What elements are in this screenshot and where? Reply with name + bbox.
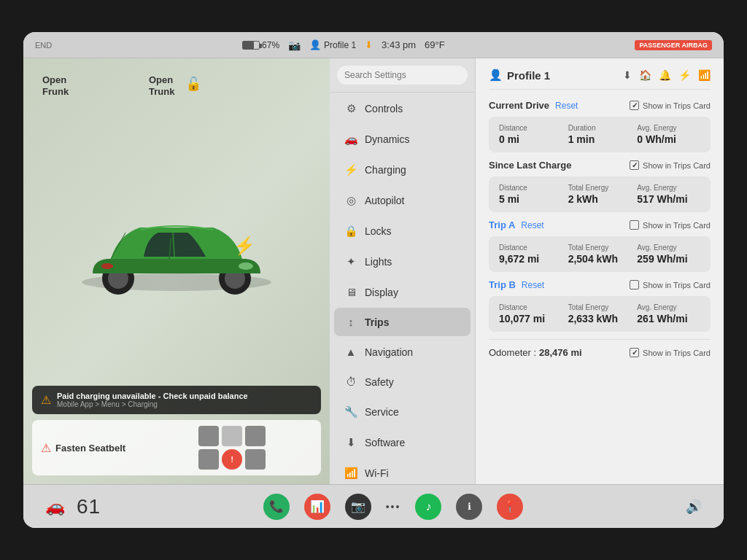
nav-item-autopilot[interactable]: ◎ Autopilot [334,186,471,215]
trip-b-reset[interactable]: Reset [522,280,544,290]
camera-button[interactable]: 📷 [345,494,371,520]
navigation-icon: ▲ [344,346,357,358]
current-energy-label: Avg. Energy [637,124,700,132]
trip-b-show-trips: Show in Trips Card [630,280,711,289]
bluetooth-icon[interactable]: ⚡ [678,69,691,81]
search-input[interactable] [337,66,468,85]
controls-icon: ⚙ [344,102,357,115]
lights-label: Lights [365,256,392,268]
battery-icon: 67% [242,40,279,50]
last-charge-show-trips: Show in Trips Card [630,160,711,170]
download-profile-icon[interactable]: ⬇ [623,69,632,81]
current-distance-label: Distance [499,124,562,132]
current-distance: Distance 0 mi [499,124,562,145]
nav-item-software[interactable]: ⬇ Software [334,428,471,457]
trips-panel: 👤 Profile 1 ⬇ 🏠 🔔 ⚡ 📶 Current Drive Rese… [476,58,724,484]
svg-point-6 [239,262,253,270]
passenger-badge: PASSENGER AIRBAG [635,40,712,50]
nav-item-navigation[interactable]: ▲ Navigation [334,338,471,366]
last-charge-avg-energy: Avg. Energy 517 Wh/mi [637,184,700,205]
profile-action-icons: ⬇ 🏠 🔔 ⚡ 📶 [623,69,711,81]
nav-item-trips[interactable]: ↕ Trips [334,308,471,336]
service-icon: 🔧 [344,405,357,419]
wifi-label: Wi-Fi [365,467,389,479]
last-charge-title: Since Last Charge [489,160,571,171]
nav-item-lights[interactable]: ✦ Lights [334,247,471,276]
safety-label: Safety [365,376,394,388]
trip-b-stats: Distance 10,077 mi Total Energy 2,633 kW… [489,296,711,332]
current-drive-title: Current Drive [489,100,549,111]
settings-nav: ⚙ Controls 🚗 Dynamics ⚡ Charging ◎ Autop… [330,58,476,484]
autopilot-label: Autopilot [365,195,404,206]
bell-icon[interactable]: 🔔 [659,69,671,81]
taskbar-right: 🔊 [686,499,702,515]
taskbar-center: 📞 📊 📷 ••• ♪ ℹ 📍 [263,494,524,520]
taskbar: 🚗 61 📞 📊 📷 ••• ♪ ℹ 📍 🔊 [23,484,724,528]
notification-subtitle: Mobile App > Menu > Charging [57,400,248,408]
trip-b-header: Trip B Reset Show in Trips Card [489,279,711,290]
home-icon[interactable]: 🏠 [639,69,651,81]
odometer-checkbox[interactable] [630,348,639,357]
svg-point-7 [101,263,113,269]
volume-icon[interactable]: 🔊 [686,499,702,515]
frunk-label: Open Frunk [42,74,69,97]
trunk-label: Open Trunk [149,74,174,97]
dots-icon[interactable]: ••• [386,501,401,513]
trip-a-checkbox[interactable] [630,220,639,230]
trip-b-avg-energy: Avg. Energy 261 Wh/mi [637,303,700,324]
status-right: PASSENGER AIRBAG [635,40,712,50]
current-distance-value: 0 mi [499,133,562,145]
music-button[interactable]: 📊 [304,494,330,520]
trip-a-header: Trip A Reset Show in Trips Card [489,219,711,230]
taskbar-odometer: 61 [77,495,101,518]
search-box[interactable] [330,58,475,93]
locks-label: Locks [365,225,392,237]
battery-percent: 67% [262,40,279,50]
nav-item-controls[interactable]: ⚙ Controls [334,94,471,123]
odometer-show-trips: Show in Trips Card [630,348,711,357]
phone-button[interactable]: 📞 [263,494,290,520]
current-duration: Duration 1 min [568,124,632,145]
trip-a-section: Trip A Reset Show in Trips Card Distance… [489,219,711,272]
display-label: Display [365,287,398,298]
current-energy-value: 0 Wh/mi [637,133,700,145]
nav-item-wifi[interactable]: 📶 Wi-Fi [334,459,471,484]
nav-item-display[interactable]: 🖥 Display [334,278,471,306]
nav-item-safety[interactable]: ⏱ Safety [334,368,471,396]
last-charge-section: Since Last Charge Show in Trips Card Dis… [489,160,711,212]
trip-a-title: Trip A [489,219,515,230]
map-button[interactable]: 📍 [497,494,523,520]
trip-b-distance: Distance 10,077 mi [499,303,562,324]
profile-name: Profile 1 [507,69,550,82]
nav-item-service[interactable]: 🔧 Service [334,397,471,427]
display-icon: 🖥 [344,286,357,298]
seat-rr [245,449,266,470]
navigation-label: Navigation [365,346,413,358]
last-charge-total-energy: Total Energy 2 kWh [568,184,632,205]
safety-icon: ⏱ [344,376,357,388]
camera-icon: 📷 [288,39,301,51]
trips-icon: ↕ [344,316,357,328]
status-center: 67% 📷 👤 Profile 1 ⬇ 3:43 pm 69°F [242,39,445,51]
warning-icon: ⚠ [41,393,51,407]
charging-icon: ⚡ [344,163,357,176]
current-drive-reset[interactable]: Reset [555,101,578,111]
spotify-button[interactable]: ♪ [415,494,441,520]
seatbelt-alert: ⚠ Fasten Seatbelt [41,441,125,455]
nav-item-charging[interactable]: ⚡ Charging [334,155,471,184]
last-charge-checkbox[interactable] [630,160,639,170]
trip-a-reset[interactable]: Reset [521,220,543,230]
lock-icon: 🔓 [185,76,201,92]
car-taskbar-icon[interactable]: 🚗 [45,497,65,516]
trip-b-checkbox[interactable] [630,280,639,289]
nav-item-locks[interactable]: 🔒 Locks [334,217,471,246]
current-drive-show-trips: Show in Trips Card [630,101,711,110]
seat-fc [222,426,242,446]
nav-item-dynamics[interactable]: 🚗 Dynamics [334,125,471,154]
trip-b-section: Trip B Reset Show in Trips Card Distance… [489,279,711,332]
current-duration-value: 1 min [568,133,632,145]
controls-label: Controls [365,103,403,114]
trip-a-show-trips: Show in Trips Card [630,220,711,230]
current-drive-checkbox[interactable] [630,101,639,110]
info-button[interactable]: ℹ [456,494,482,520]
